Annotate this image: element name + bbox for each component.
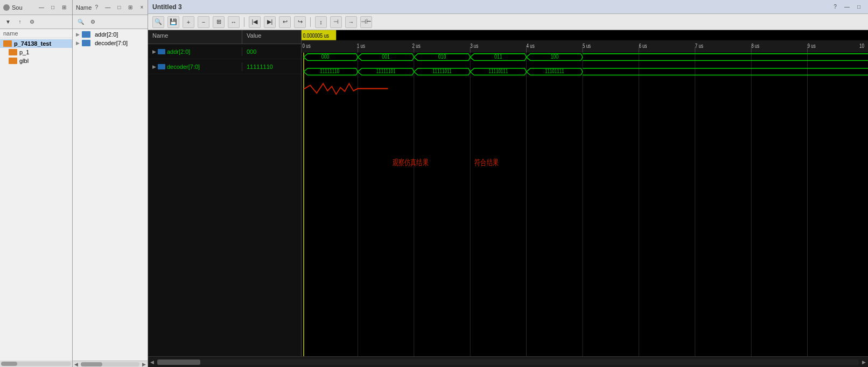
tree-item-p1[interactable]: p_1 [0,48,72,57]
svg-text:6 us: 6 us [639,43,647,49]
svg-text:0 us: 0 us [303,43,311,49]
filter-icon[interactable]: ▼ [3,17,13,27]
waveform-title: Untitled 3 [152,3,182,11]
middle-settings-icon[interactable]: ⚙ [88,17,97,27]
middle-minimize-icon[interactable]: — [103,3,113,12]
prev-edge-btn[interactable]: ↩ [279,16,291,28]
svg-text:9 us: 9 us [808,43,816,49]
svg-text:7 us: 7 us [695,43,703,49]
waveform-scroll-right[interactable]: ▶ [860,359,868,365]
middle-panel-title: Name [76,4,92,11]
svg-text:4 us: 4 us [527,43,535,49]
up-icon[interactable]: ↑ [15,17,25,27]
goto-marker-btn[interactable]: → [345,16,357,28]
svg-text:001: 001 [382,53,390,60]
settings-icon[interactable]: ⚙ [27,17,37,27]
close-icon[interactable] [3,4,10,11]
svg-text:010: 010 [438,53,446,60]
svg-text:1 us: 1 us [357,43,365,49]
help-icon[interactable]: ? [92,3,101,12]
waveform-help-icon[interactable]: ? [830,2,840,12]
waveform-scroll-left[interactable]: ◀ [148,359,156,365]
signal-name-header: Name [148,30,242,44]
waveform-hscrollbar[interactable] [157,359,859,365]
tree-item-glbl[interactable]: glbl [0,57,72,65]
left-panel-tree: p_74138_test p_1 glbl [0,38,72,361]
addr-expand-arrow[interactable]: ▶ [152,49,156,54]
tree-item-p74138[interactable]: p_74138_test [0,39,72,48]
middle-restore-icon[interactable]: □ [114,3,124,12]
signal-value-header: Value [242,30,301,44]
middle-item-decoder[interactable]: ▶ decoder[7:0] [73,39,148,47]
svg-rect-0 [302,30,868,356]
left-panel-title: Sou [12,4,23,11]
middle-close-icon[interactable]: × [137,3,146,12]
signal-row-addr: ▶ addr[2:0] 000 [148,44,301,59]
zoom-in-btn[interactable]: + [183,16,194,28]
marker-btn[interactable]: ↕ [315,16,327,28]
svg-text:8 us: 8 us [751,43,759,49]
pan-btn[interactable]: ↔ [228,16,240,28]
middle-panel-tree: ▶ addr[2:0] ▶ decoder[7:0] [73,29,148,361]
zoom-out-btn[interactable]: − [198,16,209,28]
svg-text:观察仿真结果: 观察仿真结果 [393,158,429,167]
save-btn[interactable]: 💾 [167,16,179,28]
waveform-canvas[interactable]: 0.000005 us 0 us 1 us 2 us 3 us 4 us 5 u… [302,30,868,356]
zoom-fit-btn[interactable]: 🔍 [152,16,164,28]
waveform-minimize-icon[interactable]: — [842,2,852,12]
next-edge-btn[interactable]: ↪ [294,16,306,28]
svg-text:000: 000 [321,53,330,60]
middle-expand-icon[interactable]: ⊞ [125,3,135,12]
go-end-btn[interactable]: ▶| [264,16,276,28]
middle-search-icon[interactable]: 🔍 [76,17,86,27]
svg-text:11110111: 11110111 [489,68,508,74]
middle-item-addr[interactable]: ▶ addr[2:0] [73,30,148,39]
svg-text:011: 011 [494,53,502,60]
svg-text:5 us: 5 us [583,43,591,49]
left-scroll-btn[interactable]: ◀ [73,362,80,367]
svg-text:11111101: 11111101 [376,68,396,74]
svg-text:11111110: 11111110 [320,68,339,74]
restore-icon[interactable]: □ [48,3,58,12]
clear-marker-btn[interactable]: ⊣⊢ [360,16,372,28]
svg-text:符合结果: 符合结果 [474,158,499,167]
decoder-expand-arrow[interactable]: ▶ [152,64,156,69]
fit-btn[interactable]: ⊞ [213,16,225,28]
waveform-restore-icon[interactable]: □ [854,2,864,12]
svg-text:0.000005 us: 0.000005 us [303,32,329,38]
ref-marker-btn[interactable]: ⊣ [330,16,342,28]
svg-text:11101111: 11101111 [545,68,564,74]
go-start-btn[interactable]: |◀ [249,16,261,28]
svg-text:3 us: 3 us [470,43,478,49]
right-scroll-btn[interactable]: ▶ [141,362,148,367]
svg-text:2 us: 2 us [412,43,421,49]
svg-text:11111011: 11111011 [432,68,452,74]
minimize-icon[interactable]: — [37,3,46,12]
expand-icon[interactable]: ⊞ [59,3,69,12]
svg-text:100: 100 [550,53,558,60]
svg-text:10: 10 [859,43,864,49]
signal-row-decoder: ▶ decoder[7:0] 11111110 [148,59,301,74]
left-name-header: name [0,29,72,38]
